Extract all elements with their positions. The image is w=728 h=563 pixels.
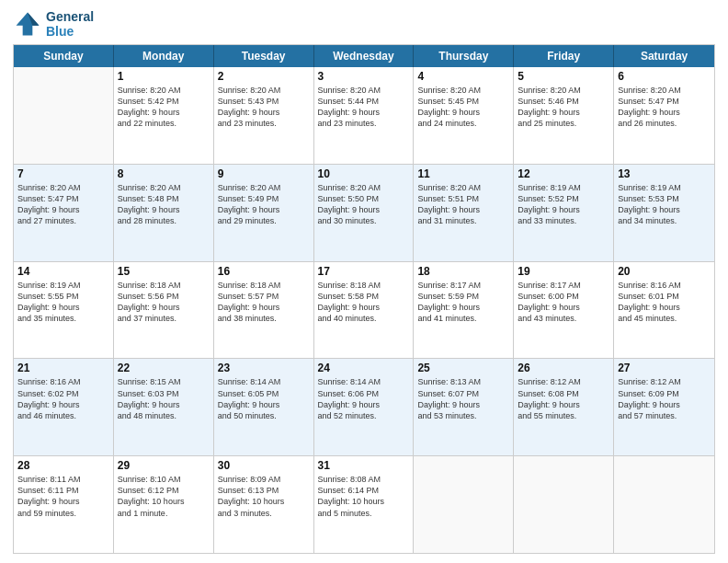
cell-info: Sunrise: 8:20 AM Sunset: 5:43 PM Dayligh… bbox=[218, 85, 310, 130]
page: General Blue SundayMondayTuesdayWednesda… bbox=[0, 0, 728, 563]
cal-cell-2-6: 20Sunrise: 8:16 AM Sunset: 6:01 PM Dayli… bbox=[614, 262, 714, 359]
logo: General Blue bbox=[13, 9, 94, 39]
day-number: 24 bbox=[318, 362, 410, 374]
cell-info: Sunrise: 8:20 AM Sunset: 5:51 PM Dayligh… bbox=[417, 182, 509, 227]
day-number: 10 bbox=[318, 167, 410, 180]
cal-cell-2-2: 16Sunrise: 8:18 AM Sunset: 5:57 PM Dayli… bbox=[214, 262, 314, 359]
cal-cell-0-4: 4Sunrise: 8:20 AM Sunset: 5:45 PM Daylig… bbox=[414, 67, 514, 164]
cal-cell-3-2: 23Sunrise: 8:14 AM Sunset: 6:05 PM Dayli… bbox=[214, 359, 314, 455]
header-cell-saturday: Saturday bbox=[614, 45, 714, 67]
cal-cell-3-0: 21Sunrise: 8:16 AM Sunset: 6:02 PM Dayli… bbox=[14, 359, 114, 455]
cell-info: Sunrise: 8:18 AM Sunset: 5:57 PM Dayligh… bbox=[218, 280, 310, 325]
calendar-row-3: 21Sunrise: 8:16 AM Sunset: 6:02 PM Dayli… bbox=[14, 359, 714, 456]
cal-cell-0-6: 6Sunrise: 8:20 AM Sunset: 5:47 PM Daylig… bbox=[614, 67, 714, 164]
cal-cell-1-0: 7Sunrise: 8:20 AM Sunset: 5:47 PM Daylig… bbox=[14, 165, 114, 261]
cell-info: Sunrise: 8:20 AM Sunset: 5:44 PM Dayligh… bbox=[318, 85, 410, 130]
header-cell-friday: Friday bbox=[514, 45, 614, 67]
cal-cell-4-0: 28Sunrise: 8:11 AM Sunset: 6:11 PM Dayli… bbox=[14, 456, 114, 553]
cal-cell-2-4: 18Sunrise: 8:17 AM Sunset: 5:59 PM Dayli… bbox=[414, 262, 514, 359]
day-number: 8 bbox=[118, 167, 210, 180]
day-number: 21 bbox=[17, 362, 109, 374]
cal-cell-4-1: 29Sunrise: 8:10 AM Sunset: 6:12 PM Dayli… bbox=[114, 456, 214, 553]
cell-info: Sunrise: 8:20 AM Sunset: 5:47 PM Dayligh… bbox=[618, 85, 711, 130]
cell-info: Sunrise: 8:20 AM Sunset: 5:46 PM Dayligh… bbox=[518, 85, 609, 130]
day-number: 27 bbox=[618, 362, 711, 374]
calendar: SundayMondayTuesdayWednesdayThursdayFrid… bbox=[13, 44, 715, 554]
cal-cell-2-1: 15Sunrise: 8:18 AM Sunset: 5:56 PM Dayli… bbox=[114, 262, 214, 359]
cell-info: Sunrise: 8:09 AM Sunset: 6:13 PM Dayligh… bbox=[218, 474, 310, 519]
calendar-row-2: 14Sunrise: 8:19 AM Sunset: 5:55 PM Dayli… bbox=[14, 262, 714, 360]
cell-info: Sunrise: 8:15 AM Sunset: 6:03 PM Dayligh… bbox=[118, 376, 210, 421]
cal-cell-4-6 bbox=[614, 456, 714, 553]
day-number: 5 bbox=[518, 70, 609, 83]
logo-text: General Blue bbox=[46, 9, 94, 39]
day-number: 29 bbox=[118, 459, 210, 472]
cal-cell-3-3: 24Sunrise: 8:14 AM Sunset: 6:06 PM Dayli… bbox=[314, 359, 415, 455]
cell-info: Sunrise: 8:17 AM Sunset: 5:59 PM Dayligh… bbox=[417, 280, 509, 325]
cell-info: Sunrise: 8:16 AM Sunset: 6:01 PM Dayligh… bbox=[618, 280, 711, 325]
day-number: 4 bbox=[417, 70, 509, 83]
cell-info: Sunrise: 8:18 AM Sunset: 5:58 PM Dayligh… bbox=[318, 280, 410, 325]
header-cell-thursday: Thursday bbox=[414, 45, 514, 67]
cal-cell-0-2: 2Sunrise: 8:20 AM Sunset: 5:43 PM Daylig… bbox=[214, 67, 314, 164]
cell-info: Sunrise: 8:20 AM Sunset: 5:48 PM Dayligh… bbox=[118, 182, 210, 227]
cell-info: Sunrise: 8:20 AM Sunset: 5:45 PM Dayligh… bbox=[417, 85, 509, 130]
header-cell-tuesday: Tuesday bbox=[214, 45, 314, 67]
day-number: 26 bbox=[518, 362, 609, 374]
day-number: 25 bbox=[417, 362, 509, 374]
cal-cell-3-1: 22Sunrise: 8:15 AM Sunset: 6:03 PM Dayli… bbox=[114, 359, 214, 455]
day-number: 17 bbox=[318, 265, 410, 278]
day-number: 14 bbox=[17, 265, 109, 278]
cell-info: Sunrise: 8:13 AM Sunset: 6:07 PM Dayligh… bbox=[417, 376, 509, 421]
cal-cell-1-4: 11Sunrise: 8:20 AM Sunset: 5:51 PM Dayli… bbox=[414, 165, 514, 261]
day-number: 16 bbox=[218, 265, 310, 278]
cal-cell-3-4: 25Sunrise: 8:13 AM Sunset: 6:07 PM Dayli… bbox=[414, 359, 514, 455]
cal-cell-2-5: 19Sunrise: 8:17 AM Sunset: 6:00 PM Dayli… bbox=[514, 262, 614, 359]
day-number: 3 bbox=[318, 70, 410, 83]
day-number: 31 bbox=[318, 459, 410, 472]
cell-info: Sunrise: 8:18 AM Sunset: 5:56 PM Dayligh… bbox=[118, 280, 210, 325]
cal-cell-4-5 bbox=[514, 456, 614, 553]
day-number: 28 bbox=[17, 459, 109, 472]
cell-info: Sunrise: 8:19 AM Sunset: 5:53 PM Dayligh… bbox=[618, 182, 711, 227]
cal-cell-4-2: 30Sunrise: 8:09 AM Sunset: 6:13 PM Dayli… bbox=[214, 456, 314, 553]
logo-icon bbox=[13, 9, 42, 39]
cal-cell-3-6: 27Sunrise: 8:12 AM Sunset: 6:09 PM Dayli… bbox=[614, 359, 714, 455]
cal-cell-4-3: 31Sunrise: 8:08 AM Sunset: 6:14 PM Dayli… bbox=[314, 456, 415, 553]
cal-cell-4-4 bbox=[414, 456, 514, 553]
calendar-row-1: 7Sunrise: 8:20 AM Sunset: 5:47 PM Daylig… bbox=[14, 165, 714, 262]
day-number: 30 bbox=[218, 459, 310, 472]
cell-info: Sunrise: 8:12 AM Sunset: 6:08 PM Dayligh… bbox=[518, 376, 609, 421]
day-number: 20 bbox=[618, 265, 711, 278]
cell-info: Sunrise: 8:20 AM Sunset: 5:42 PM Dayligh… bbox=[118, 85, 210, 130]
cell-info: Sunrise: 8:08 AM Sunset: 6:14 PM Dayligh… bbox=[318, 474, 410, 519]
cell-info: Sunrise: 8:20 AM Sunset: 5:49 PM Dayligh… bbox=[218, 182, 310, 227]
cal-cell-0-1: 1Sunrise: 8:20 AM Sunset: 5:42 PM Daylig… bbox=[114, 67, 214, 164]
calendar-row-4: 28Sunrise: 8:11 AM Sunset: 6:11 PM Dayli… bbox=[14, 456, 714, 553]
cell-info: Sunrise: 8:16 AM Sunset: 6:02 PM Dayligh… bbox=[17, 376, 109, 421]
day-number: 1 bbox=[118, 70, 210, 83]
day-number: 13 bbox=[618, 167, 711, 180]
cal-cell-3-5: 26Sunrise: 8:12 AM Sunset: 6:08 PM Dayli… bbox=[514, 359, 614, 455]
header: General Blue bbox=[13, 9, 715, 39]
header-cell-wednesday: Wednesday bbox=[314, 45, 415, 67]
cell-info: Sunrise: 8:12 AM Sunset: 6:09 PM Dayligh… bbox=[618, 376, 711, 421]
cal-cell-0-3: 3Sunrise: 8:20 AM Sunset: 5:44 PM Daylig… bbox=[314, 67, 415, 164]
calendar-row-0: 1Sunrise: 8:20 AM Sunset: 5:42 PM Daylig… bbox=[14, 67, 714, 165]
cal-cell-0-5: 5Sunrise: 8:20 AM Sunset: 5:46 PM Daylig… bbox=[514, 67, 614, 164]
day-number: 18 bbox=[417, 265, 509, 278]
cal-cell-2-3: 17Sunrise: 8:18 AM Sunset: 5:58 PM Dayli… bbox=[314, 262, 415, 359]
cell-info: Sunrise: 8:19 AM Sunset: 5:52 PM Dayligh… bbox=[518, 182, 609, 227]
cell-info: Sunrise: 8:20 AM Sunset: 5:50 PM Dayligh… bbox=[318, 182, 410, 227]
day-number: 6 bbox=[618, 70, 711, 83]
cal-cell-0-0 bbox=[14, 67, 114, 164]
day-number: 23 bbox=[218, 362, 310, 374]
day-number: 19 bbox=[518, 265, 609, 278]
day-number: 9 bbox=[218, 167, 310, 180]
cal-cell-1-5: 12Sunrise: 8:19 AM Sunset: 5:52 PM Dayli… bbox=[514, 165, 614, 261]
cell-info: Sunrise: 8:11 AM Sunset: 6:11 PM Dayligh… bbox=[17, 474, 109, 519]
day-number: 7 bbox=[17, 167, 109, 180]
calendar-header-row: SundayMondayTuesdayWednesdayThursdayFrid… bbox=[14, 45, 714, 67]
header-cell-sunday: Sunday bbox=[14, 45, 114, 67]
day-number: 11 bbox=[417, 167, 509, 180]
